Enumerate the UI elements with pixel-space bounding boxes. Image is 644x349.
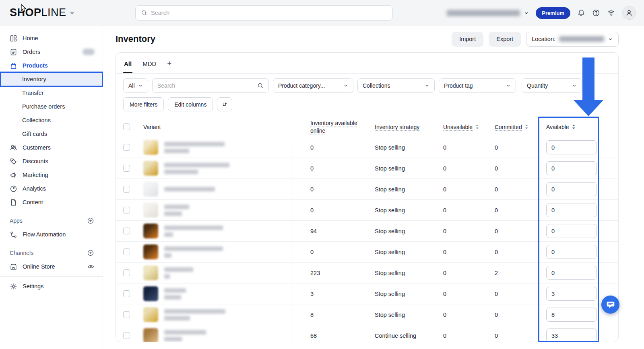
column-header-strategy[interactable]: Inventory strategy — [375, 124, 443, 130]
sidebar-item-inventory[interactable]: Inventory — [0, 72, 103, 86]
available-cell — [546, 140, 611, 154]
sort-icon[interactable] — [572, 124, 576, 129]
products-bag-icon — [10, 62, 17, 70]
tab-mdd[interactable]: MDD — [142, 60, 156, 73]
inventory-strategy-value: Stop selling — [375, 228, 443, 234]
sidebar-section-apps[interactable]: Apps — [0, 214, 103, 228]
sidebar-item-flow-automation[interactable]: Flow Automation — [0, 228, 103, 241]
store-switcher[interactable] — [447, 10, 529, 16]
table-search[interactable] — [152, 78, 269, 93]
available-input[interactable] — [546, 161, 597, 175]
variant-cell[interactable] — [136, 182, 310, 197]
inventory-strategy-value: Stop selling — [375, 144, 443, 151]
available-input[interactable] — [546, 182, 597, 196]
column-header-committed[interactable]: Committed — [495, 124, 546, 130]
row-checkbox[interactable] — [123, 165, 130, 172]
variant-cell[interactable] — [136, 286, 310, 301]
sidebar-item-orders[interactable]: Orders — [0, 45, 103, 59]
export-button[interactable]: Export — [489, 32, 521, 47]
global-search[interactable] — [135, 5, 393, 21]
edit-columns-button[interactable]: Edit columns — [168, 97, 213, 111]
available-input[interactable] — [546, 224, 597, 238]
sidebar-item-purchase-orders[interactable]: Purchase orders — [0, 100, 103, 113]
available-input[interactable] — [546, 140, 597, 154]
variant-cell[interactable] — [136, 161, 310, 176]
inventory-strategy-value: Stop selling — [375, 186, 443, 193]
sidebar-item-online-store[interactable]: Online Store — [0, 260, 103, 273]
available-input[interactable] — [546, 287, 597, 301]
product-category-filter[interactable]: Product category... — [273, 78, 353, 93]
notifications-bell-icon[interactable] — [577, 9, 585, 17]
sidebar-item-label: Flow Automation — [23, 231, 66, 238]
sidebar-item-label: Content — [23, 199, 43, 205]
variant-cell[interactable] — [136, 203, 310, 218]
committed-value: 0 — [495, 249, 546, 255]
sidebar-section-channels[interactable]: Channels — [0, 246, 103, 260]
scope-filter[interactable]: All — [123, 78, 148, 93]
discount-tag-icon — [10, 158, 17, 165]
row-checkbox[interactable] — [123, 186, 130, 193]
row-checkbox[interactable] — [123, 311, 130, 318]
variant-cell[interactable] — [136, 244, 310, 259]
available-input[interactable] — [546, 308, 597, 322]
column-header-unavailable[interactable]: Unavailable — [443, 124, 495, 130]
quantity-filter[interactable]: Quantity — [522, 78, 582, 93]
sidebar-item-gift-cards[interactable]: Gift cards — [0, 127, 103, 141]
collections-filter[interactable]: Collections — [357, 78, 435, 93]
add-view-button[interactable]: + — [167, 59, 171, 73]
available-input[interactable] — [546, 266, 597, 280]
row-checkbox[interactable] — [123, 290, 130, 297]
column-header-available[interactable]: Available — [546, 124, 611, 130]
location-selector[interactable]: Location: — [526, 32, 619, 47]
variant-cell[interactable] — [136, 224, 310, 238]
chat-launcher-button[interactable] — [601, 296, 619, 314]
premium-badge[interactable]: Premium — [536, 7, 570, 19]
sidebar-item-customers[interactable]: Customers — [0, 141, 103, 154]
inventory-strategy-value: Stop selling — [375, 312, 443, 318]
row-checkbox[interactable] — [123, 332, 130, 339]
variant-cell[interactable] — [136, 328, 310, 342]
sidebar-item-products[interactable]: Products — [0, 59, 103, 72]
sidebar-item-settings[interactable]: Settings — [0, 279, 103, 293]
available-cell — [546, 328, 611, 342]
sidebar-item-collections[interactable]: Collections — [0, 113, 103, 127]
shopline-logo[interactable]: SHOPLINE — [10, 6, 75, 19]
available-input[interactable] — [546, 203, 597, 217]
variant-cell[interactable] — [136, 265, 310, 280]
add-app-icon[interactable] — [87, 217, 94, 224]
row-checkbox[interactable] — [123, 228, 130, 234]
help-icon[interactable] — [592, 9, 600, 17]
topbar: SHOPLINE Premium — [0, 0, 644, 26]
add-channel-icon[interactable] — [87, 249, 94, 257]
variant-cell[interactable] — [136, 140, 310, 155]
avatar[interactable] — [622, 6, 636, 20]
global-search-input[interactable] — [151, 10, 387, 16]
sort-icon[interactable] — [524, 124, 529, 129]
sidebar-item-analytics[interactable]: Analytics — [0, 182, 103, 195]
column-header-online[interactable]: Inventory available online — [310, 119, 366, 134]
table-row: 3 Stop selling 0 0 — [116, 283, 618, 304]
sidebar-item-transfer[interactable]: Transfer — [0, 86, 103, 100]
eye-icon[interactable] — [87, 263, 95, 271]
tab-all[interactable]: All — [124, 60, 132, 73]
sidebar-item-discounts[interactable]: Discounts — [0, 154, 103, 168]
chevron-down-icon — [524, 10, 529, 16]
row-checkbox[interactable] — [123, 248, 130, 255]
row-checkbox[interactable] — [123, 144, 130, 151]
import-button[interactable]: Import — [452, 32, 483, 47]
more-filters-button[interactable]: More filters — [123, 97, 164, 111]
sidebar-item-home[interactable]: Home — [0, 31, 103, 45]
available-input[interactable] — [546, 245, 597, 259]
available-input[interactable] — [546, 328, 597, 342]
committed-value: 0 — [495, 228, 546, 234]
row-checkbox[interactable] — [123, 269, 130, 276]
variant-cell[interactable] — [136, 307, 310, 322]
table-search-input[interactable] — [157, 82, 254, 89]
select-all-checkbox[interactable] — [123, 123, 130, 130]
product-tag-filter[interactable]: Product tag — [439, 78, 516, 93]
sidebar-item-content[interactable]: Content — [0, 195, 103, 209]
row-checkbox[interactable] — [123, 207, 130, 214]
sort-icon[interactable] — [475, 124, 479, 129]
sort-button[interactable] — [217, 97, 232, 111]
sidebar-item-marketing[interactable]: Marketing — [0, 168, 103, 182]
